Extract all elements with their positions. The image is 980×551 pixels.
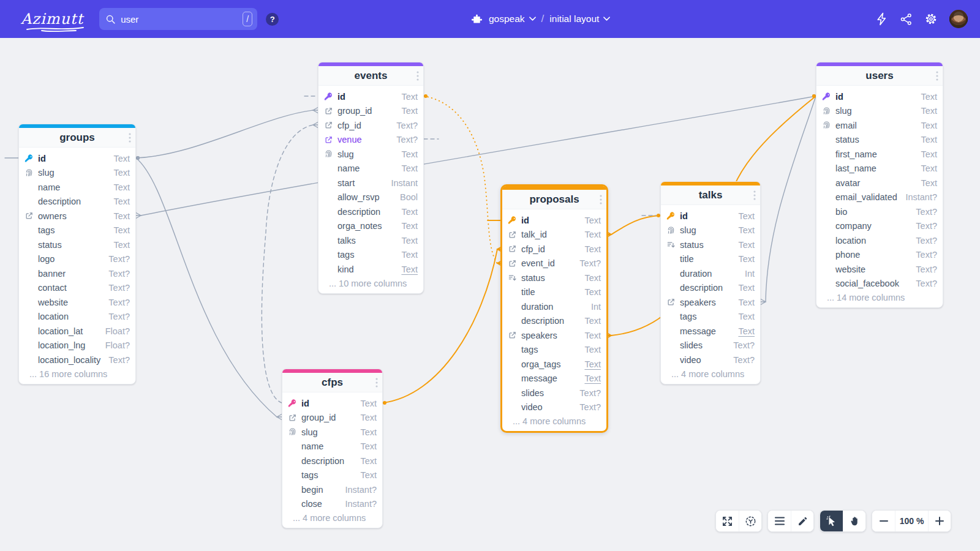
zoom-out-button[interactable] [872,511,895,531]
table-header[interactable]: groups [19,128,135,148]
more-columns[interactable]: ... 4 more columns [661,367,760,381]
column-row-status[interactable]: statusText [816,133,943,148]
column-row-description[interactable]: descriptionText [661,281,760,296]
column-row-status[interactable]: statusText [661,238,760,252]
more-columns[interactable]: ... 4 more columns [502,414,606,428]
zoom-level[interactable]: 100 % [895,511,928,531]
column-row-duration[interactable]: durationInt [502,299,606,314]
column-row-location_lng[interactable]: location_lngFloat? [19,339,135,353]
column-row-orga_notes[interactable]: orga_notesText [318,219,423,234]
table-menu-button[interactable] [753,190,756,200]
table-header[interactable]: talks [661,186,760,205]
column-row-company[interactable]: companyText? [816,219,943,234]
settings-gear-icon[interactable] [924,12,938,26]
extension-puzzle-icon[interactable] [470,13,483,25]
column-row-social_facebook[interactable]: social_facebookText? [816,277,943,291]
table-list-button[interactable] [768,511,791,531]
table-menu-button[interactable] [417,71,419,81]
column-row-group_id[interactable]: group_idText [282,411,382,425]
column-row-description[interactable]: descriptionText [502,314,606,329]
table-card-groups[interactable]: groupsidTextslugTextnameTextdescriptionT… [18,124,136,384]
column-row-speakers[interactable]: speakersText [502,328,606,343]
column-row-description[interactable]: descriptionText [318,204,423,219]
search-input[interactable] [121,14,243,24]
column-row-message[interactable]: messageText [661,324,760,339]
auto-arrange-button[interactable] [739,511,761,531]
table-header[interactable]: proposals [502,190,606,209]
column-row-avatar[interactable]: avatarText [816,176,943,190]
more-columns[interactable]: ... 16 more columns [19,367,135,381]
share-icon[interactable] [900,13,913,26]
column-row-title[interactable]: titleText [502,285,606,300]
column-row-tags[interactable]: tagsText [19,223,135,238]
column-row-message[interactable]: messageText [502,372,606,386]
table-header[interactable]: users [816,66,943,86]
column-row-email[interactable]: emailText [816,118,943,133]
column-row-location_lat[interactable]: location_latFloat? [19,324,135,339]
table-menu-button[interactable] [375,378,378,388]
column-row-last_name[interactable]: last_nameText [816,162,943,176]
column-row-group_id[interactable]: group_idText [318,104,423,119]
column-row-status[interactable]: statusText [502,271,606,285]
table-card-events[interactable]: eventsidTextgroup_idTextcfp_idText?venue… [318,62,424,294]
column-row-website[interactable]: websiteText? [816,262,943,277]
column-row-cfp_id[interactable]: cfp_idText [502,242,606,257]
column-row-begin[interactable]: beginInstant? [282,482,382,497]
column-row-slug[interactable]: slugText [661,223,760,238]
column-row-name[interactable]: nameText [318,162,423,176]
column-row-speakers[interactable]: speakersText [661,295,760,310]
column-row-id[interactable]: idText [318,89,423,104]
more-columns[interactable]: ... 4 more columns [282,511,382,525]
column-row-id[interactable]: idText [661,209,760,223]
column-row-video[interactable]: videoText? [502,400,606,415]
column-row-video[interactable]: videoText? [661,353,760,367]
column-row-name[interactable]: nameText [282,440,382,454]
column-row-slug[interactable]: slugText [19,166,135,181]
column-row-kind[interactable]: kindText [318,262,423,277]
more-columns[interactable]: ... 10 more columns [318,277,423,290]
column-row-id[interactable]: idText [282,396,382,411]
help-button[interactable]: ? [266,13,279,26]
column-row-close[interactable]: closeInstant? [282,497,382,512]
column-row-title[interactable]: titleText [661,252,760,267]
column-row-description[interactable]: descriptionText [282,454,382,468]
table-card-proposals[interactable]: proposalsidTexttalk_idTextcfp_idTexteven… [500,184,608,433]
column-row-location_locality[interactable]: location_localityText? [19,353,135,367]
layout-selector[interactable]: initial layout [549,13,610,24]
more-columns[interactable]: ... 14 more columns [816,291,943,304]
column-row-venue[interactable]: venueText? [318,133,423,148]
column-row-location[interactable]: locationText? [816,233,943,248]
column-row-id[interactable]: idText [502,213,606,228]
column-row-email_validated[interactable]: email_validatedInstant? [816,190,943,205]
column-row-first_name[interactable]: first_nameText [816,147,943,162]
column-row-tags[interactable]: tagsText [282,468,382,483]
column-row-id[interactable]: idText [19,151,135,166]
column-row-tags[interactable]: tagsText [661,310,760,324]
zoom-in-button[interactable] [928,511,951,531]
column-row-orga_tags[interactable]: orga_tagsText [502,357,606,372]
column-row-slides[interactable]: slidesText? [502,386,606,400]
column-row-cfp_id[interactable]: cfp_idText? [318,118,423,133]
fit-screen-button[interactable] [716,511,739,531]
column-row-talks[interactable]: talksText [318,233,423,248]
column-row-slug[interactable]: slugText [282,425,382,440]
column-row-tags[interactable]: tagsText [502,343,606,358]
app-logo[interactable]: Azimutt [21,10,83,28]
search-box[interactable]: / [99,8,257,30]
column-row-website[interactable]: websiteText? [19,295,135,310]
table-card-users[interactable]: usersidTextslugTextemailTextstatusTextfi… [816,62,943,308]
table-header[interactable]: cfps [282,373,382,392]
edit-pencil-button[interactable] [791,511,813,531]
column-row-tags[interactable]: tagsText [318,248,423,263]
column-row-slides[interactable]: slidesText? [661,339,760,353]
user-avatar[interactable] [949,10,968,28]
column-row-duration[interactable]: durationInt [661,266,760,281]
table-card-talks[interactable]: talksidTextslugTextstatusTexttitleTextdu… [660,181,761,384]
select-cursor-button[interactable] [820,511,843,531]
column-row-start[interactable]: startInstant [318,176,423,190]
column-row-name[interactable]: nameText [19,180,135,195]
column-row-phone[interactable]: phoneText? [816,248,943,263]
column-row-event_id[interactable]: event_idText? [502,257,606,271]
bolt-icon[interactable] [876,12,888,26]
column-row-id[interactable]: idText [816,89,943,104]
